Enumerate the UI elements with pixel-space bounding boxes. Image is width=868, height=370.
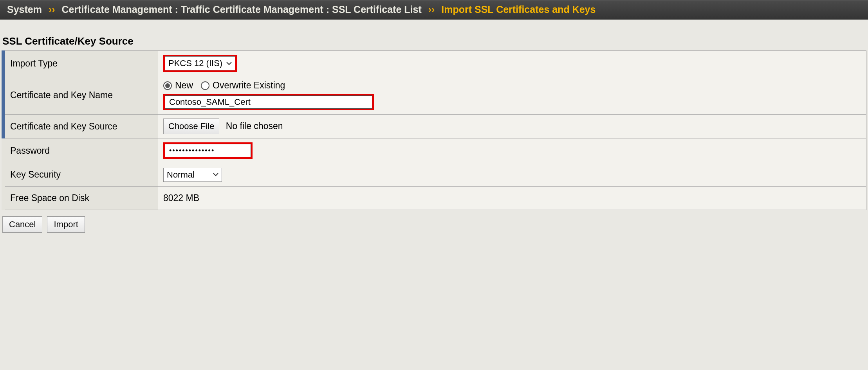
choose-file-button[interactable]: Choose File	[163, 119, 219, 134]
section-title: SSL Certificate/Key Source	[0, 20, 868, 50]
import-type-value: PKCS 12 (IIS)	[168, 58, 222, 68]
breadcrumb-root[interactable]: System	[7, 4, 42, 15]
import-button[interactable]: Import	[47, 216, 85, 233]
row-import-type: Import Type PKCS 12 (IIS)	[3, 51, 866, 76]
breadcrumb: System ›› Certificate Management : Traff…	[0, 0, 868, 20]
form-table: Import Type PKCS 12 (IIS) Certificate an…	[2, 50, 866, 210]
free-space-value: 8022 MB	[158, 187, 866, 210]
cancel-button[interactable]: Cancel	[2, 216, 42, 233]
label-free-space: Free Space on Disk	[3, 187, 158, 210]
key-security-select[interactable]: Normal	[163, 168, 222, 182]
row-free-space: Free Space on Disk 8022 MB	[3, 187, 866, 210]
highlight-import-type: PKCS 12 (IIS)	[163, 55, 237, 72]
chevron-down-icon	[213, 173, 218, 176]
row-cert-key-name: Certificate and Key Name New Overwrite E…	[3, 76, 866, 115]
highlight-password: ••••••••••••••	[163, 142, 253, 159]
breadcrumb-path[interactable]: Certificate Management : Traffic Certifi…	[62, 4, 422, 15]
highlight-cert-name: Contoso_SAML_Cert	[163, 94, 374, 110]
action-bar: Cancel Import	[0, 210, 868, 239]
radio-new-label: New	[175, 80, 193, 91]
breadcrumb-separator: ››	[428, 4, 435, 15]
breadcrumb-current: Import SSL Certificates and Keys	[441, 4, 596, 15]
label-import-type: Import Type	[3, 51, 158, 76]
chevron-down-icon	[226, 62, 232, 65]
row-password: Password ••••••••••••••	[3, 138, 866, 163]
label-password: Password	[3, 138, 158, 163]
row-key-security: Key Security Normal	[3, 163, 866, 187]
label-key-security: Key Security	[3, 163, 158, 187]
password-input[interactable]: ••••••••••••••	[165, 144, 251, 157]
key-security-value: Normal	[167, 170, 195, 180]
radio-overwrite[interactable]	[201, 81, 209, 90]
breadcrumb-separator: ››	[49, 4, 55, 15]
cert-key-name-input[interactable]: Contoso_SAML_Cert	[165, 95, 372, 109]
label-cert-key-source: Certificate and Key Source	[3, 115, 158, 138]
import-type-select[interactable]: PKCS 12 (IIS)	[165, 56, 235, 70]
radio-overwrite-label: Overwrite Existing	[213, 80, 285, 91]
radio-new[interactable]	[163, 81, 172, 90]
label-cert-key-name: Certificate and Key Name	[3, 76, 158, 115]
file-status: No file chosen	[226, 121, 283, 131]
row-cert-key-source: Certificate and Key Source Choose File N…	[3, 115, 866, 138]
